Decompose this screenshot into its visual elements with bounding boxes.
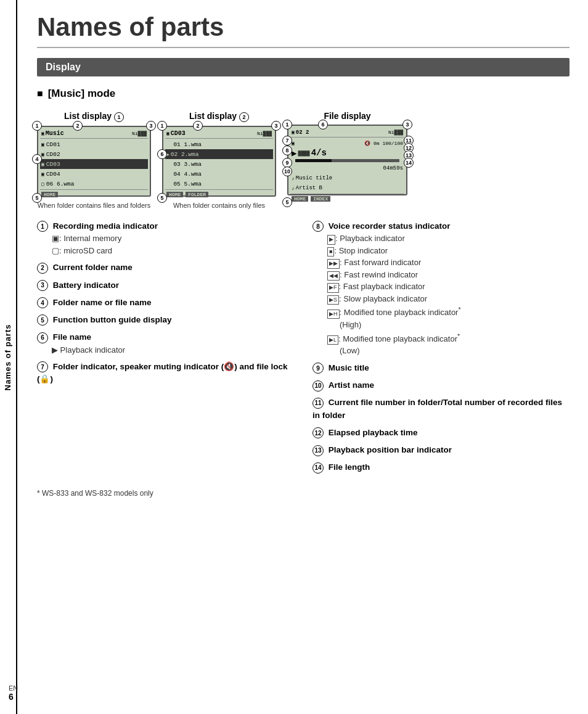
desc-num-8: 8: [312, 221, 324, 232]
desc-sub-8-high-label: (High): [340, 319, 570, 331]
desc-num-7: 7: [37, 361, 48, 372]
desc-item-8: 8 Voice recorder status indicator ▶: Pla…: [312, 220, 570, 357]
desc-sub-8-stop: ■: Stop indicator: [327, 245, 570, 257]
circle-10: 10: [282, 166, 292, 176]
desc-label-5: Function button guide display: [53, 315, 172, 324]
page-lang: EN: [9, 684, 18, 692]
desc-label-1: Recording media indicator: [53, 221, 158, 231]
desc-item-12: 12 Elapsed playback time: [312, 427, 570, 439]
side-label-text: Names of parts: [4, 324, 13, 390]
desc-sub-8-mod-high: ▶H: Modified tone playback indicator*: [327, 305, 570, 319]
desc-sub-8-slow-play: ▶S: Slow playback indicator: [327, 293, 570, 305]
lcd-footer-row: HOME: [40, 189, 148, 199]
circle-5c: 5: [282, 197, 292, 207]
descriptions: 1 Recording media indicator ▣: Internal …: [37, 220, 570, 479]
lcd-row-cd02: ▣CD02: [40, 149, 148, 159]
lcd2-header: ▣ CD03 Ni▓▓▓: [165, 129, 273, 139]
circle-3b: 3: [271, 121, 281, 131]
desc-item-13: 13 Playback position bar indicator: [312, 444, 570, 456]
circle-1a: 1: [32, 121, 42, 131]
lcd2-row4: 04 4.wma: [165, 169, 273, 179]
desc-item-9: 9 Music title: [312, 362, 570, 374]
page-title: Names of parts: [37, 12, 570, 48]
lcd2-row2-selected: ▶02 2.wma: [165, 149, 273, 159]
music-mode-heading: [Music] mode: [37, 88, 570, 100]
desc-sub-8-fast-play: ▶F: Fast playback indicator: [327, 281, 570, 293]
desc-sub-8-mod-low: ▶L: Modified tone playback indicator*: [327, 331, 570, 345]
list-display-1: List display 1 1 2 3 4 5 ▣ Music Ni▓▓▓: [37, 111, 151, 209]
desc-label-4: Folder name or file name: [53, 298, 152, 307]
desc-label-8: Voice recorder status indicator: [329, 221, 451, 231]
file-footer: HOME INDEX: [290, 194, 404, 203]
desc-label-3: Battery indicator: [53, 281, 119, 290]
battery-icon: Ni▓▓▓: [132, 131, 147, 136]
desc-item-2: 2 Current folder name: [37, 261, 294, 274]
desc-label-12: Elapsed playback time: [329, 428, 418, 437]
desc-num-3: 3: [37, 280, 48, 291]
desc-item-11: 11 Current file number in folder/Total n…: [312, 396, 570, 422]
desc-label-11: Current file number in folder/Total numb…: [312, 398, 562, 419]
side-label: Names of parts: [0, 0, 17, 714]
desc-label-2: Current folder name: [53, 263, 133, 272]
page-number: 6: [9, 692, 14, 702]
circle-6b: 6: [318, 120, 328, 129]
list1-lcd: ▣ Music Ni▓▓▓ ▣CD01 ▣CD02 ▣CD03 ▣CD04: [37, 126, 151, 197]
circle-3c: 3: [402, 120, 412, 129]
file-screen-wrapper: 1 6 3 7 8 9 10 11 12 13 14 5 ▣ 02 2 Ni▓▓…: [287, 125, 407, 202]
circle-2a: 2: [73, 121, 83, 131]
list2-caption: When folder contains only files: [173, 202, 265, 209]
lcd-row-cd03-selected: ▣CD03: [40, 159, 148, 169]
progress-track: [295, 159, 399, 162]
desc-num-6: 6: [37, 332, 48, 343]
list2-screen-wrapper: 1 2 3 6 5 ▣ CD03 Ni▓▓▓ 01 1.wma ▶02 2.wm…: [162, 126, 276, 198]
file-artist: ♪Artist B: [290, 183, 404, 193]
lcd2-row1: 01 1.wma: [165, 139, 273, 149]
lcd-row-cd01: ▣CD01: [40, 139, 148, 149]
desc-col-left: 1 Recording media indicator ▣: Internal …: [37, 220, 294, 479]
mem-icon: ▣: [41, 131, 44, 136]
circle-5b: 5: [157, 193, 167, 203]
file-header: ▣ 02 2 Ni▓▓▓: [290, 128, 404, 137]
circle-3a: 3: [146, 121, 156, 131]
desc-label-14: File length: [329, 462, 370, 472]
file-playback-row: ▶ ▓▓▓▓ 4/s: [290, 148, 404, 158]
file-time: 04m59s: [290, 163, 404, 173]
desc-item-5: 5 Function button guide display: [37, 314, 294, 326]
desc-sub-8-low-label: (Low): [340, 345, 570, 357]
desc-num-4: 4: [37, 297, 48, 308]
lcd2-row5: 05 5.wma: [165, 179, 273, 189]
displays-row: List display 1 1 2 3 4 5 ▣ Music Ni▓▓▓: [37, 111, 570, 209]
list1-caption: When folder contains files and folders: [38, 202, 150, 209]
footnote: * WS-833 and WS-832 models only: [37, 489, 570, 498]
circle-1c: 1: [282, 120, 292, 129]
desc-item-7: 7 Folder indicator, speaker muting indic…: [37, 361, 294, 386]
desc-col-right: 8 Voice recorder status indicator ▶: Pla…: [312, 220, 570, 479]
circle-14: 14: [404, 158, 414, 168]
desc-num-10: 10: [312, 380, 324, 392]
desc-sub-8-ff: ▶▶: Fast forward indicator: [327, 256, 570, 269]
desc-item-4: 4 Folder name or file name: [37, 297, 294, 309]
desc-item-3: 3 Battery indicator: [37, 279, 294, 292]
circle-5a: 5: [32, 193, 42, 203]
desc-label-6: File name: [53, 332, 91, 342]
circle-7: 7: [282, 136, 292, 146]
lcd-header-row: ▣ Music Ni▓▓▓: [40, 129, 148, 139]
desc-label-7: Folder indicator, speaker muting indicat…: [37, 362, 288, 384]
file-progress-bar: [293, 159, 402, 162]
file-music-title: ♪Music title: [290, 173, 404, 183]
desc-sub-6: ▶ Playback indicator: [52, 344, 294, 356]
desc-sub-1a: ▣: Internal memory: [52, 232, 294, 245]
desc-item-14: 14 File length: [312, 461, 570, 474]
desc-num-5: 5: [37, 314, 48, 326]
list2-lcd: ▣ CD03 Ni▓▓▓ 01 1.wma ▶02 2.wma 03 3.wma…: [162, 126, 276, 197]
list1-screen-wrapper: 1 2 3 4 5 ▣ Music Ni▓▓▓ ▣CD01 ▣C: [37, 126, 151, 198]
desc-num-11: 11: [312, 398, 324, 409]
desc-item-10: 10 Artist name: [312, 379, 570, 392]
circle-4a: 4: [32, 154, 42, 164]
file-folder-row: ▣ 🔇 0m 100/100: [290, 138, 404, 148]
lcd-row-cd04: ▣CD04: [40, 169, 148, 179]
lcd-row-file: ▢06 6.wma: [40, 179, 148, 189]
desc-num-12: 12: [312, 427, 324, 438]
desc-item-6: 6 File name ▶ Playback indicator: [37, 331, 294, 356]
circle-2b: 2: [193, 121, 203, 131]
